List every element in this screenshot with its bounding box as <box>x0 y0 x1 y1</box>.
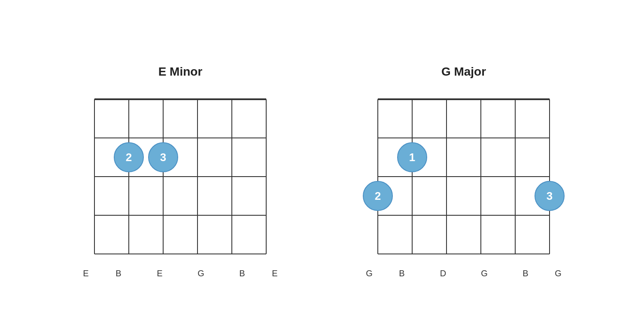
string-label-e-minor-3: G <box>184 269 218 278</box>
string-label-e-minor-4: B <box>225 269 259 278</box>
chords-container: E Minor23EBEGBEG Major123GBDGBG <box>77 52 567 278</box>
string-label-e-minor-0: E <box>77 269 94 278</box>
svg-text:2: 2 <box>375 189 381 202</box>
string-label-g-major-0: G <box>361 269 378 278</box>
fretboard-g-major: 123 <box>361 91 567 263</box>
chord-title-e-minor: E Minor <box>158 65 203 79</box>
svg-text:2: 2 <box>126 151 132 164</box>
string-label-g-major-2: D <box>426 269 460 278</box>
chord-g-major: G Major123GBDGBG <box>361 65 567 278</box>
string-label-g-major-4: B <box>508 269 543 278</box>
string-label-e-minor-5: E <box>266 269 283 278</box>
svg-text:3: 3 <box>547 189 553 202</box>
string-label-e-minor-2: E <box>143 269 177 278</box>
string-label-g-major-5: G <box>550 269 567 278</box>
string-label-e-minor-1: B <box>101 269 136 278</box>
chord-e-minor: E Minor23EBEGBE <box>77 65 283 278</box>
fretboard-e-minor: 23 <box>77 91 283 263</box>
string-label-g-major-3: G <box>467 269 501 278</box>
string-labels-g-major: GBDGBG <box>361 269 567 278</box>
chord-title-g-major: G Major <box>441 65 486 79</box>
string-label-g-major-1: B <box>385 269 419 278</box>
svg-text:1: 1 <box>409 151 415 164</box>
string-labels-e-minor: EBEGBE <box>77 269 283 278</box>
svg-text:3: 3 <box>160 151 166 164</box>
